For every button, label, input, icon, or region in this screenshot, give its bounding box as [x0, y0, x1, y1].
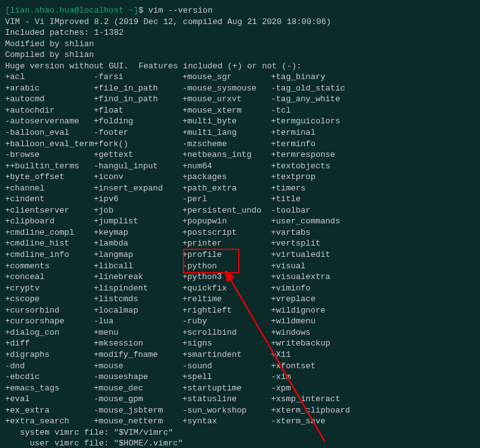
feature-cell: +linebreak	[94, 271, 182, 283]
feature-cell: +rightleft	[182, 305, 271, 316]
feature-cell: -dnd	[5, 361, 94, 372]
feature-cell: -lua	[94, 316, 182, 327]
feature-cell: ++builtin_terms	[5, 161, 94, 172]
feature-cell: +insert_expand	[94, 183, 182, 194]
feature-cell: +cscope	[5, 294, 94, 305]
feature-cell: +cursorshape	[5, 316, 94, 327]
feature-cell: +clipboard	[5, 216, 94, 227]
feature-cell: +multi_byte	[182, 116, 271, 127]
feature-cell: +termresponse	[271, 149, 360, 161]
feature-cell: +mksession	[94, 338, 182, 349]
feature-cell: +wildmenu	[271, 316, 360, 327]
feature-cell: +cmdline_compl	[5, 227, 94, 239]
feature-cell: +signs	[182, 338, 271, 349]
feature-cell: +xsmp_interact	[271, 394, 360, 405]
feature-cell: +channel	[5, 183, 94, 194]
feature-cell: +autocmd	[5, 94, 94, 105]
feature-cell: +mouse_dec	[94, 383, 182, 394]
feature-cell: +modify_fname	[94, 349, 182, 361]
vim-header-line: VIM - Vi IMproved 8.2 (2019 Dec 12, comp…	[5, 16, 475, 28]
feature-cell: +acl	[5, 72, 94, 83]
feature-cell: +balloon_eval_term	[5, 139, 94, 150]
feature-cell: +xfontset	[271, 361, 360, 372]
feature-cell: +visualextra	[271, 271, 360, 283]
feature-cell: +title	[271, 194, 360, 205]
vim-features-grid: +acl-farsi+mouse_sgr+tag_binary+arabic+f…	[5, 72, 475, 427]
command-typed[interactable]: vim --version	[148, 5, 212, 16]
feature-cell: +mouse_netterm	[94, 416, 182, 427]
feature-cell: +startuptime	[182, 383, 271, 394]
feature-cell: +vartabs	[271, 227, 360, 239]
feature-cell: +scrollbind	[182, 327, 271, 339]
feature-cell: +X11	[271, 349, 360, 361]
feature-cell: +jumplist	[94, 216, 182, 227]
feature-cell: +packages	[182, 171, 271, 183]
feature-cell: +mouse	[94, 361, 182, 372]
feature-cell: +postscript	[182, 227, 271, 239]
feature-cell: +iconv	[94, 171, 182, 183]
feature-cell: +user_commands	[271, 216, 360, 227]
feature-cell: -xim	[271, 371, 360, 383]
feature-cell: +lambda	[94, 238, 182, 249]
prompt-user-host: [lian.shao.hua@localhost ~]	[5, 5, 139, 16]
feature-cell: +diff	[5, 338, 94, 349]
feature-cell: +termguicolors	[271, 116, 360, 127]
shell-prompt: [lian.shao.hua@localhost ~]$ vim --versi…	[5, 5, 475, 16]
feature-cell: +xterm_clipboard	[271, 405, 360, 416]
feature-cell: +timers	[271, 183, 360, 194]
feature-cell: -sound	[182, 361, 271, 372]
feature-cell: +localmap	[94, 305, 182, 316]
feature-cell: +clientserver	[5, 205, 94, 216]
feature-cell: +emacs_tags	[5, 383, 94, 394]
feature-cell: +fork()	[94, 139, 182, 150]
feature-cell: +byte_offset	[5, 171, 94, 183]
feature-cell: +keymap	[94, 227, 182, 239]
feature-cell: +cryptv	[5, 283, 94, 294]
feature-cell: +reltime	[182, 294, 271, 305]
feature-cell: -balloon_eval	[5, 127, 94, 139]
vim-header-line: Huge version without GUI. Features inclu…	[5, 61, 475, 72]
feature-cell: +extra_search	[5, 416, 94, 427]
feature-cell: +netbeans_intg	[182, 149, 271, 161]
vimrc-files-block: system vimrc file: "$VIM/vimrc" user vim…	[5, 427, 475, 448]
feature-cell: +viminfo	[271, 283, 360, 294]
feature-cell: +multi_lang	[182, 127, 271, 139]
feature-cell: -farsi	[94, 72, 182, 83]
feature-cell: +menu	[94, 327, 182, 339]
feature-cell: +popupwin	[182, 216, 271, 227]
feature-cell: +persistent_undo	[182, 205, 271, 216]
feature-cell: +terminfo	[271, 139, 360, 150]
feature-cell: +cursorbind	[5, 305, 94, 316]
feature-cell: -mzscheme	[182, 139, 271, 150]
feature-cell: +vertsplit	[271, 238, 360, 249]
feature-cell: -mouse_jsbterm	[94, 405, 182, 416]
feature-cell: +ex_extra	[5, 405, 94, 416]
feature-cell: +langmap	[94, 249, 182, 261]
vim-header-block: VIM - Vi IMproved 8.2 (2019 Dec 12, comp…	[5, 16, 475, 72]
feature-cell: +terminal	[271, 127, 360, 139]
feature-cell: -browse	[5, 149, 94, 161]
feature-cell: +digraphs	[5, 349, 94, 361]
feature-cell: -autoservername	[5, 116, 94, 127]
feature-cell: +mouse_xterm	[182, 105, 271, 116]
feature-cell: +mouse_urxvt	[182, 94, 271, 105]
vim-header-line: Included patches: 1-1382	[5, 27, 475, 39]
feature-cell: -xpm	[271, 383, 360, 394]
feature-cell: +profile	[182, 249, 271, 261]
feature-cell: -ebcdic	[5, 371, 94, 383]
feature-cell: +vreplace	[271, 294, 360, 305]
feature-cell: +conceal	[5, 271, 94, 283]
feature-cell: +syntax	[182, 416, 271, 427]
feature-cell: -tag_any_white	[271, 94, 360, 105]
feature-cell: +cindent	[5, 194, 94, 205]
feature-cell: +path_extra	[182, 183, 271, 194]
prompt-dollar: $	[139, 5, 144, 16]
feature-cell: +windows	[271, 327, 360, 339]
feature-cell: +mouse_sgr	[182, 72, 271, 83]
feature-cell: +num64	[182, 161, 271, 172]
feature-cell: +folding	[94, 116, 182, 127]
feature-cell: +ipv6	[94, 194, 182, 205]
feature-cell: -mouse_sysmouse	[182, 83, 271, 94]
vimrc-path-line: system vimrc file: "$VIM/vimrc"	[5, 427, 475, 439]
feature-cell: +find_in_path	[94, 94, 182, 105]
